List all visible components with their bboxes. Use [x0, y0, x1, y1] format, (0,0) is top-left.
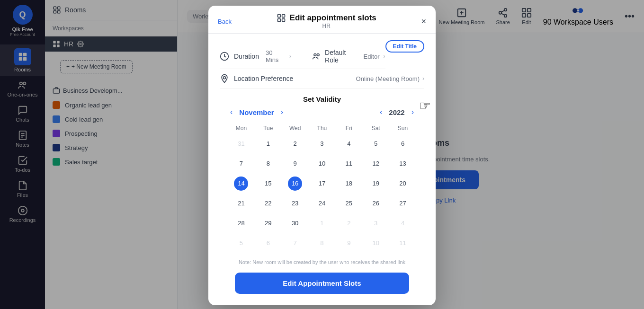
year-nav: ‹ 2022 ›	[377, 107, 417, 117]
calendar-day[interactable]: 3	[363, 214, 389, 233]
calendar-day[interactable]: 4	[390, 214, 416, 233]
svg-point-43	[317, 53, 319, 56]
calendar-day[interactable]: 6	[390, 134, 416, 153]
duration-right[interactable]: 30 Mins ›	[266, 49, 291, 63]
calendar-day[interactable]: 22	[255, 194, 281, 213]
calendar-day[interactable]: 8	[309, 234, 335, 253]
duration-value: 30 Mins	[266, 49, 286, 63]
calendar-day[interactable]: 10	[309, 154, 335, 173]
calendar-day[interactable]: 3	[309, 134, 335, 153]
duration-label: Duration	[234, 53, 259, 60]
calendar-day[interactable]: 2	[282, 134, 308, 153]
svg-point-42	[314, 53, 316, 56]
modal-title-area: Edit appointment slots HR	[232, 13, 421, 29]
calendar-day[interactable]: 5	[363, 134, 389, 153]
svg-point-44	[224, 77, 226, 79]
calendar-day[interactable]: 4	[336, 134, 362, 153]
calendar-day[interactable]: 12	[363, 154, 389, 173]
location-chevron: ›	[422, 75, 424, 82]
duration-icon	[220, 52, 229, 61]
calendar-day[interactable]: 16	[282, 174, 308, 193]
default-role-icon	[312, 52, 321, 61]
calendar-day[interactable]: 25	[336, 194, 362, 213]
cal-header-wed: Wed	[282, 123, 308, 133]
calendar-day[interactable]: 31	[228, 134, 254, 153]
edit-appointment-modal: Back Edit appointment slots HR × Edit Ti…	[208, 6, 436, 305]
cal-header-sun: Sun	[390, 123, 416, 133]
cal-header-thu: Thu	[309, 123, 335, 133]
calendar-day[interactable]: 2	[336, 214, 362, 233]
calendar-day[interactable]: 21	[228, 194, 254, 213]
location-right[interactable]: Online (Meeting Room) ›	[356, 75, 424, 82]
calendar-day[interactable]: 17	[309, 174, 335, 193]
modal-body: Edit Title Duration 30 Mins › Default Ro…	[208, 34, 436, 294]
default-role-group: Default Role Editor ›	[312, 49, 385, 64]
modal-subtitle: HR	[322, 23, 331, 29]
calendar-day[interactable]: 11	[336, 154, 362, 173]
calendar-grid: Mon Tue Wed Thu Fri Sat Sun 311234567891…	[227, 122, 417, 254]
default-role-chevron: ›	[384, 53, 385, 60]
calendar-day[interactable]: 29	[255, 214, 281, 233]
calendar-day[interactable]: 7	[228, 154, 254, 173]
cal-header-tue: Tue	[255, 123, 281, 133]
modal-title-icon	[277, 13, 286, 23]
modal-header: Back Edit appointment slots HR ×	[208, 6, 436, 34]
location-row: Location Preference Online (Meeting Room…	[220, 69, 424, 88]
calendar-day[interactable]: 7	[282, 234, 308, 253]
default-role-label: Default Role	[325, 49, 360, 64]
svg-rect-38	[282, 15, 285, 18]
calendar-day[interactable]: 9	[282, 154, 308, 173]
prev-month-btn[interactable]: ‹	[227, 107, 235, 117]
cal-header-fri: Fri	[336, 123, 362, 133]
location-icon	[220, 74, 229, 83]
location-left: Location Preference	[220, 74, 349, 83]
location-value: Online (Meeting Room)	[356, 75, 420, 82]
month-nav: ‹ November ›	[227, 107, 286, 117]
location-label: Location Preference	[234, 75, 293, 82]
calendar-day[interactable]: 15	[255, 174, 281, 193]
calendar-day[interactable]: 30	[282, 214, 308, 233]
calendar-day[interactable]: 1	[255, 134, 281, 153]
duration-chevron: ›	[289, 53, 291, 60]
calendar-day[interactable]: 27	[390, 194, 416, 213]
svg-rect-40	[282, 19, 285, 22]
note-text: Note: New room will be created by the us…	[220, 259, 424, 265]
calendar-day[interactable]: 19	[363, 174, 389, 193]
calendar-day[interactable]: 23	[282, 194, 308, 213]
edit-appointment-slots-btn[interactable]: Edit Appointment Slots	[235, 273, 409, 294]
calendar-day[interactable]: 10	[363, 234, 389, 253]
cal-header-mon: Mon	[228, 123, 254, 133]
calendar-day[interactable]: 14	[228, 174, 254, 193]
calendar-month: November	[239, 108, 274, 116]
prev-year-btn[interactable]: ‹	[377, 107, 385, 117]
next-month-btn[interactable]: ›	[278, 107, 286, 117]
calendar-day[interactable]: 1	[309, 214, 335, 233]
calendar-year: 2022	[389, 108, 404, 116]
calendar-day[interactable]: 18	[336, 174, 362, 193]
calendar-day[interactable]: 20	[390, 174, 416, 193]
calendar-day[interactable]: 28	[228, 214, 254, 233]
calendar-day[interactable]: 13	[390, 154, 416, 173]
duration-left: Duration	[220, 52, 259, 61]
duration-row: Duration 30 Mins › Default Role Editor ›	[220, 44, 385, 69]
calendar-day[interactable]: 6	[255, 234, 281, 253]
modal-back-btn[interactable]: Back	[218, 18, 232, 25]
next-year-btn[interactable]: ›	[409, 107, 417, 117]
modal-title: Edit appointment slots	[277, 13, 376, 23]
modal-title-text: Edit appointment slots	[290, 13, 376, 23]
modal-close-btn[interactable]: ×	[421, 17, 426, 26]
svg-rect-37	[277, 15, 280, 18]
default-role-value: Editor	[364, 53, 380, 60]
calendar-day[interactable]: 9	[336, 234, 362, 253]
calendar-day[interactable]: 8	[255, 154, 281, 173]
calendar-day[interactable]: 26	[363, 194, 389, 213]
edit-title-btn[interactable]: Edit Title	[385, 40, 424, 53]
calendar-day[interactable]: 11	[390, 234, 416, 253]
set-validity-label: Set Validity	[220, 95, 424, 103]
cal-header-sat: Sat	[363, 123, 389, 133]
svg-rect-39	[277, 19, 280, 22]
calendar: ‹ November › ‹ 2022 › Mon Tue Wed Thu	[227, 107, 417, 254]
calendar-day[interactable]: 5	[228, 234, 254, 253]
calendar-nav: ‹ November › ‹ 2022 ›	[227, 107, 417, 117]
calendar-day[interactable]: 24	[309, 194, 335, 213]
